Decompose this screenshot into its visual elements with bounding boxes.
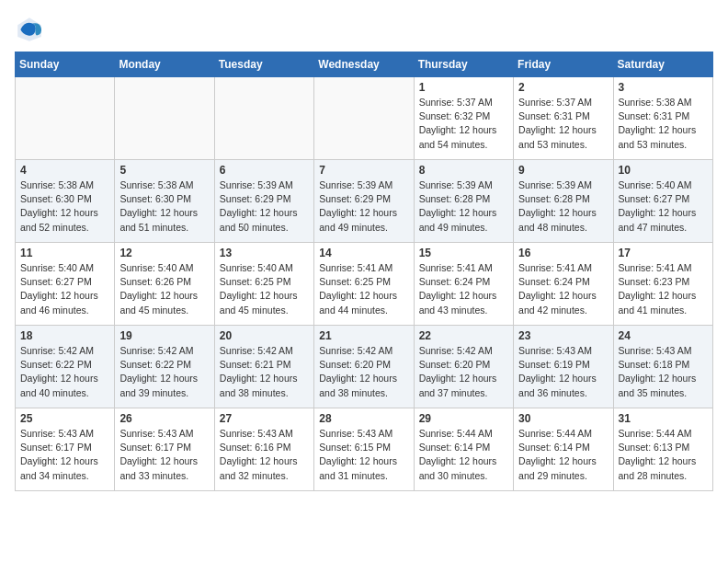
day-number: 17 xyxy=(619,247,708,259)
day-number: 2 xyxy=(518,81,608,94)
calendar-cell: 17Sunrise: 5:41 AM Sunset: 6:23 PM Dayli… xyxy=(613,243,712,326)
day-info: Sunrise: 5:42 AM Sunset: 6:20 PM Dayligh… xyxy=(419,344,508,400)
calendar-cell: 12Sunrise: 5:40 AM Sunset: 6:26 PM Dayli… xyxy=(115,243,214,326)
calendar-week-4: 18Sunrise: 5:42 AM Sunset: 6:22 PM Dayli… xyxy=(16,326,713,408)
day-number: 26 xyxy=(119,412,209,425)
day-number: 5 xyxy=(119,164,209,177)
calendar-cell: 20Sunrise: 5:42 AM Sunset: 6:21 PM Dayli… xyxy=(214,326,313,408)
day-number: 4 xyxy=(20,164,109,177)
column-header-sunday: Sunday xyxy=(16,52,115,77)
calendar-cell xyxy=(115,77,214,160)
day-info: Sunrise: 5:42 AM Sunset: 6:20 PM Dayligh… xyxy=(319,344,408,400)
day-number: 21 xyxy=(319,329,408,342)
day-info: Sunrise: 5:42 AM Sunset: 6:22 PM Dayligh… xyxy=(119,344,209,400)
calendar-cell: 28Sunrise: 5:43 AM Sunset: 6:15 PM Dayli… xyxy=(314,408,414,491)
calendar-header-row: SundayMondayTuesdayWednesdayThursdayFrid… xyxy=(16,52,713,77)
calendar-cell: 11Sunrise: 5:40 AM Sunset: 6:27 PM Dayli… xyxy=(16,243,115,326)
column-header-wednesday: Wednesday xyxy=(314,52,414,77)
calendar-cell: 15Sunrise: 5:41 AM Sunset: 6:24 PM Dayli… xyxy=(414,243,513,326)
day-info: Sunrise: 5:40 AM Sunset: 6:26 PM Dayligh… xyxy=(119,261,209,317)
day-number: 29 xyxy=(419,412,508,425)
calendar-cell: 23Sunrise: 5:43 AM Sunset: 6:19 PM Dayli… xyxy=(514,326,613,408)
day-info: Sunrise: 5:40 AM Sunset: 6:25 PM Dayligh… xyxy=(220,261,309,317)
day-number: 27 xyxy=(220,412,309,425)
day-number: 6 xyxy=(220,164,309,177)
day-number: 20 xyxy=(220,329,309,342)
day-number: 8 xyxy=(419,164,508,177)
day-info: Sunrise: 5:39 AM Sunset: 6:28 PM Dayligh… xyxy=(518,178,608,235)
day-number: 3 xyxy=(619,81,708,94)
day-number: 22 xyxy=(419,329,508,342)
day-number: 24 xyxy=(619,329,708,342)
day-info: Sunrise: 5:43 AM Sunset: 6:17 PM Dayligh… xyxy=(119,427,209,483)
day-info: Sunrise: 5:39 AM Sunset: 6:29 PM Dayligh… xyxy=(319,178,408,235)
day-info: Sunrise: 5:38 AM Sunset: 6:30 PM Dayligh… xyxy=(119,178,209,235)
calendar-cell: 7Sunrise: 5:39 AM Sunset: 6:29 PM Daylig… xyxy=(314,160,414,243)
page-header xyxy=(15,15,713,44)
day-number: 11 xyxy=(20,247,109,259)
day-number: 25 xyxy=(20,412,109,425)
day-info: Sunrise: 5:40 AM Sunset: 6:27 PM Dayligh… xyxy=(20,261,109,317)
day-info: Sunrise: 5:37 AM Sunset: 6:32 PM Dayligh… xyxy=(419,96,508,152)
column-header-saturday: Saturday xyxy=(613,52,712,77)
day-number: 31 xyxy=(619,412,708,425)
calendar-week-3: 11Sunrise: 5:40 AM Sunset: 6:27 PM Dayli… xyxy=(16,243,713,326)
calendar-cell: 3Sunrise: 5:38 AM Sunset: 6:31 PM Daylig… xyxy=(613,77,712,160)
day-info: Sunrise: 5:41 AM Sunset: 6:23 PM Dayligh… xyxy=(619,261,708,317)
logo xyxy=(15,15,48,44)
day-info: Sunrise: 5:41 AM Sunset: 6:24 PM Dayligh… xyxy=(518,261,608,317)
calendar-cell: 1Sunrise: 5:37 AM Sunset: 6:32 PM Daylig… xyxy=(414,77,513,160)
calendar-cell: 19Sunrise: 5:42 AM Sunset: 6:22 PM Dayli… xyxy=(115,326,214,408)
calendar-cell: 22Sunrise: 5:42 AM Sunset: 6:20 PM Dayli… xyxy=(414,326,513,408)
day-info: Sunrise: 5:44 AM Sunset: 6:14 PM Dayligh… xyxy=(419,427,508,483)
day-info: Sunrise: 5:41 AM Sunset: 6:24 PM Dayligh… xyxy=(419,261,508,317)
calendar-cell: 31Sunrise: 5:44 AM Sunset: 6:13 PM Dayli… xyxy=(613,408,712,491)
day-info: Sunrise: 5:39 AM Sunset: 6:29 PM Dayligh… xyxy=(220,178,309,235)
day-info: Sunrise: 5:41 AM Sunset: 6:25 PM Dayligh… xyxy=(319,261,408,317)
day-number: 28 xyxy=(319,412,408,425)
calendar-cell: 4Sunrise: 5:38 AM Sunset: 6:30 PM Daylig… xyxy=(16,160,115,243)
day-info: Sunrise: 5:43 AM Sunset: 6:15 PM Dayligh… xyxy=(319,427,408,483)
calendar-cell: 21Sunrise: 5:42 AM Sunset: 6:20 PM Dayli… xyxy=(314,326,414,408)
day-number: 15 xyxy=(419,247,508,259)
calendar-cell: 5Sunrise: 5:38 AM Sunset: 6:30 PM Daylig… xyxy=(115,160,214,243)
calendar-cell: 24Sunrise: 5:43 AM Sunset: 6:18 PM Dayli… xyxy=(613,326,712,408)
calendar-cell: 27Sunrise: 5:43 AM Sunset: 6:16 PM Dayli… xyxy=(214,408,313,491)
calendar-week-5: 25Sunrise: 5:43 AM Sunset: 6:17 PM Dayli… xyxy=(16,408,713,491)
column-header-friday: Friday xyxy=(514,52,613,77)
calendar-cell: 13Sunrise: 5:40 AM Sunset: 6:25 PM Dayli… xyxy=(214,243,313,326)
calendar-cell: 2Sunrise: 5:37 AM Sunset: 6:31 PM Daylig… xyxy=(514,77,613,160)
logo-icon xyxy=(15,15,44,44)
calendar-cell: 16Sunrise: 5:41 AM Sunset: 6:24 PM Dayli… xyxy=(514,243,613,326)
day-number: 10 xyxy=(619,164,708,177)
calendar-cell xyxy=(214,77,313,160)
column-header-tuesday: Tuesday xyxy=(214,52,313,77)
calendar-cell: 10Sunrise: 5:40 AM Sunset: 6:27 PM Dayli… xyxy=(613,160,712,243)
day-info: Sunrise: 5:43 AM Sunset: 6:19 PM Dayligh… xyxy=(518,344,608,400)
calendar-cell: 6Sunrise: 5:39 AM Sunset: 6:29 PM Daylig… xyxy=(214,160,313,243)
day-info: Sunrise: 5:42 AM Sunset: 6:21 PM Dayligh… xyxy=(220,344,309,400)
calendar-cell xyxy=(314,77,414,160)
day-info: Sunrise: 5:38 AM Sunset: 6:31 PM Dayligh… xyxy=(619,96,708,152)
day-info: Sunrise: 5:40 AM Sunset: 6:27 PM Dayligh… xyxy=(619,178,708,235)
day-number: 14 xyxy=(319,247,408,259)
calendar-cell: 18Sunrise: 5:42 AM Sunset: 6:22 PM Dayli… xyxy=(16,326,115,408)
day-number: 9 xyxy=(518,164,608,177)
calendar-table: SundayMondayTuesdayWednesdayThursdayFrid… xyxy=(15,52,713,491)
calendar-cell: 9Sunrise: 5:39 AM Sunset: 6:28 PM Daylig… xyxy=(514,160,613,243)
calendar-cell: 30Sunrise: 5:44 AM Sunset: 6:14 PM Dayli… xyxy=(514,408,613,491)
column-header-thursday: Thursday xyxy=(414,52,513,77)
day-info: Sunrise: 5:37 AM Sunset: 6:31 PM Dayligh… xyxy=(518,96,608,152)
calendar-cell: 26Sunrise: 5:43 AM Sunset: 6:17 PM Dayli… xyxy=(115,408,214,491)
calendar-cell: 8Sunrise: 5:39 AM Sunset: 6:28 PM Daylig… xyxy=(414,160,513,243)
day-info: Sunrise: 5:39 AM Sunset: 6:28 PM Dayligh… xyxy=(419,178,508,235)
day-number: 13 xyxy=(220,247,309,259)
day-number: 16 xyxy=(518,247,608,259)
day-number: 19 xyxy=(119,329,209,342)
day-number: 18 xyxy=(20,329,109,342)
calendar-week-1: 1Sunrise: 5:37 AM Sunset: 6:32 PM Daylig… xyxy=(16,77,713,160)
day-info: Sunrise: 5:44 AM Sunset: 6:14 PM Dayligh… xyxy=(518,427,608,483)
day-info: Sunrise: 5:44 AM Sunset: 6:13 PM Dayligh… xyxy=(619,427,708,483)
day-number: 23 xyxy=(518,329,608,342)
day-number: 30 xyxy=(518,412,608,425)
